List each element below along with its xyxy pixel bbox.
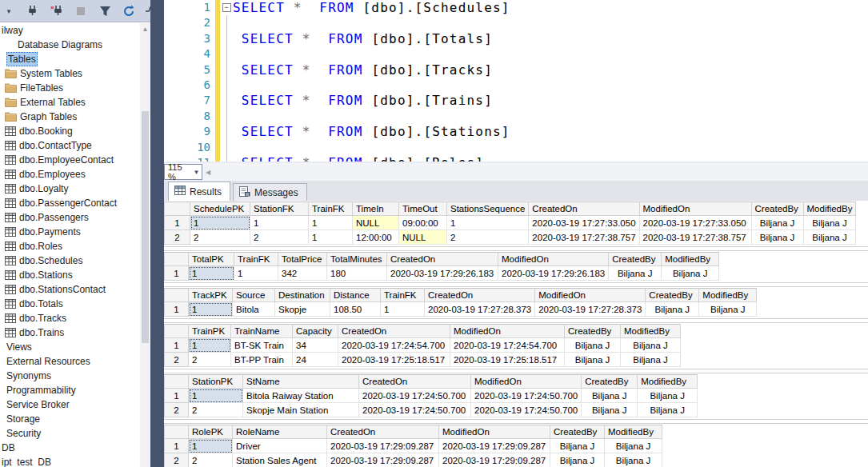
grid-cell[interactable]: 1: [309, 230, 353, 245]
grid-cell[interactable]: Biljana J: [751, 216, 803, 230]
grid-column-header[interactable]: TimeIn: [353, 202, 399, 216]
grid-cell[interactable]: 1: [250, 216, 309, 230]
grid-column-header[interactable]: TrainFK: [234, 253, 278, 266]
tree-item[interactable]: DB: [0, 441, 140, 455]
grid-cell[interactable]: Biljana J: [582, 389, 638, 403]
grid-corner-cell[interactable]: [165, 289, 189, 302]
grid-column-header[interactable]: ModifiedOn: [639, 202, 751, 216]
grid-cell[interactable]: 2: [189, 453, 233, 467]
grid-column-header[interactable]: CreatedOn: [387, 253, 498, 266]
grid-separator[interactable]: [164, 367, 868, 374]
grid-cell[interactable]: 2020-03-19 17:27:38.757: [529, 230, 639, 245]
grid-cell[interactable]: 1: [309, 216, 353, 230]
tree-item[interactable]: FileTables: [0, 81, 140, 95]
grid-column-header[interactable]: StName: [243, 375, 359, 389]
grid-column-header[interactable]: RolePK: [189, 425, 233, 439]
tree-item[interactable]: dbo.Tracks: [0, 311, 140, 325]
grid-column-header[interactable]: ModifiedBy: [662, 253, 719, 266]
grid-row-number[interactable]: 1: [165, 439, 189, 453]
grid-cell[interactable]: Biljana J: [582, 403, 638, 417]
grid-cell[interactable]: Biljana J: [638, 403, 698, 417]
scrollbar-thumb[interactable]: [142, 111, 149, 343]
grid-column-header[interactable]: ModifiedOn: [439, 425, 550, 439]
tree-item[interactable]: Views: [0, 340, 140, 354]
grid-cell[interactable]: 2020-03-19 17:24:50.700: [471, 403, 582, 417]
grid-separator[interactable]: [164, 417, 868, 425]
grid-cell[interactable]: Skopje Main Station: [243, 403, 359, 417]
tree-item[interactable]: External Resources: [0, 354, 140, 369]
grid-column-header[interactable]: ModifiedBy: [699, 289, 757, 302]
grid-cell[interactable]: 2020-03-19 17:24:54.700: [450, 338, 565, 353]
grid-cell[interactable]: 180: [327, 266, 387, 281]
tab-results[interactable]: Results: [168, 182, 230, 201]
grid-column-header[interactable]: CreatedOn: [338, 325, 450, 338]
disconnect-plug-icon[interactable]: ×: [50, 4, 64, 18]
grid-cell[interactable]: 2020-03-19 17:24:50.700: [359, 403, 471, 417]
grid-column-header[interactable]: ModifiedBy: [621, 325, 681, 338]
grid-cell[interactable]: 1: [189, 266, 234, 281]
grid-cell[interactable]: 2020-03-19 17:29:09.287: [327, 453, 439, 467]
tree-item[interactable]: dbo.Booking: [0, 124, 140, 138]
grid-column-header[interactable]: CreatedBy: [751, 202, 803, 216]
grid-column-header[interactable]: CreatedBy: [646, 289, 699, 302]
grid-cell[interactable]: NULL: [353, 216, 399, 230]
grid-row-number[interactable]: 1: [165, 389, 189, 403]
grid-column-header[interactable]: ModifiedBy: [638, 375, 698, 389]
grid-column-header[interactable]: TrainFK: [309, 202, 353, 216]
grid-column-header[interactable]: SchedulePK: [190, 202, 250, 216]
grid-column-header[interactable]: TrackPK: [189, 289, 233, 302]
grid-corner-cell[interactable]: [165, 375, 189, 389]
grid-column-header[interactable]: RoleName: [233, 425, 327, 439]
grid-separator[interactable]: [164, 317, 868, 324]
grid-column-header[interactable]: Source: [233, 289, 275, 302]
grid-cell[interactable]: 2: [447, 230, 529, 245]
grid-column-header[interactable]: TrainName: [231, 325, 293, 338]
tree-item[interactable]: Security: [0, 426, 140, 441]
grid-corner-cell[interactable]: [165, 425, 189, 439]
tree-item[interactable]: ipt_test_DB: [0, 455, 140, 467]
grid-corner-cell[interactable]: [165, 202, 190, 216]
grid-cell[interactable]: 2020-03-19 17:25:18.517: [338, 353, 450, 367]
tree-item[interactable]: dbo.Passengers: [0, 210, 140, 225]
grid-separator[interactable]: [164, 245, 868, 252]
grid-column-header[interactable]: ModifiedBy: [605, 425, 662, 439]
tree-item[interactable]: dbo.Stations: [0, 268, 140, 282]
connect-plug-icon[interactable]: [26, 4, 40, 18]
connect-dropdown-caret-icon[interactable]: ▾: [2, 4, 16, 18]
grid-cell[interactable]: Biljana J: [605, 439, 662, 453]
grid-cell[interactable]: 2020-03-19 17:29:09.287: [327, 439, 439, 453]
tree-item[interactable]: dbo.Totals: [0, 297, 140, 311]
stop-icon[interactable]: [74, 4, 88, 18]
grid-column-header[interactable]: CreatedBy: [565, 325, 621, 338]
grid-row-number[interactable]: 1: [165, 338, 189, 353]
tree-item[interactable]: Database Diagrams: [0, 38, 140, 52]
editor-zoom-combo[interactable]: 115 % ▼: [164, 164, 202, 180]
grid-column-header[interactable]: CreatedOn: [327, 425, 439, 439]
tree-item[interactable]: Tables: [0, 52, 140, 66]
grid-cell[interactable]: Skopje: [275, 302, 330, 317]
grid-column-header[interactable]: CreatedBy: [609, 253, 662, 266]
grid-column-header[interactable]: ModifiedOn: [471, 375, 582, 389]
tree-item[interactable]: dbo.StationsContact: [0, 282, 140, 297]
grid-cell[interactable]: Biljana J: [699, 302, 757, 317]
grid-cell[interactable]: Biljana J: [550, 453, 605, 467]
tree-item[interactable]: dbo.Schedules: [0, 253, 140, 268]
grid-cell[interactable]: Driver: [233, 439, 327, 453]
grid-cell[interactable]: Biljana J: [565, 353, 621, 367]
collapse-region-icon[interactable]: −: [220, 0, 233, 15]
refresh-icon[interactable]: [122, 4, 136, 18]
tree-item[interactable]: dbo.Trains: [0, 325, 140, 340]
grid-cell[interactable]: NULL: [399, 230, 447, 245]
grid-column-header[interactable]: TotalPrice: [278, 253, 327, 266]
tree-item[interactable]: Graph Tables: [0, 110, 140, 124]
grid-column-header[interactable]: StationPK: [189, 375, 243, 389]
tree-item[interactable]: dbo.Employees: [0, 167, 140, 182]
grid-cell[interactable]: 108.50: [330, 302, 381, 317]
grid-cell[interactable]: 1: [381, 302, 425, 317]
grid-row-number[interactable]: 1: [165, 266, 189, 281]
grid-column-header[interactable]: CreatedOn: [359, 375, 471, 389]
grid-cell[interactable]: 2020-03-19 17:27:28.373: [535, 302, 646, 317]
tree-item[interactable]: ilway: [0, 23, 140, 38]
grid-cell[interactable]: 2: [189, 353, 231, 367]
grid-column-header[interactable]: CreatedOn: [529, 202, 639, 216]
